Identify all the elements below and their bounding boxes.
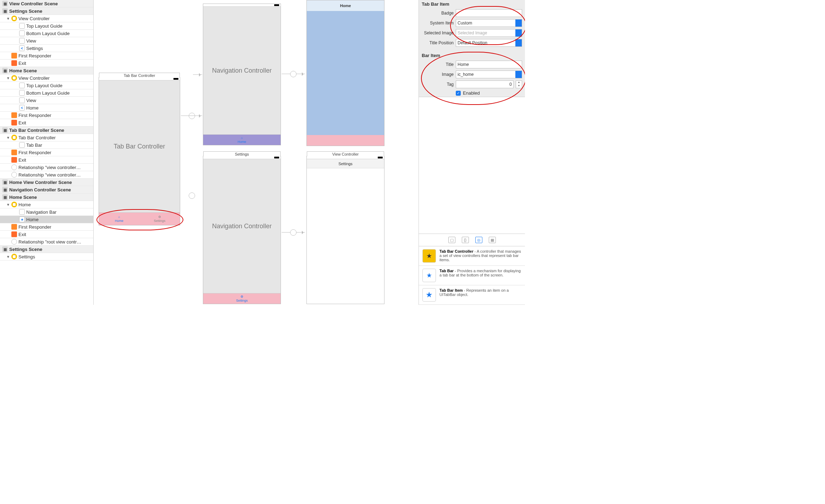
segue-joint[interactable]: [290, 229, 297, 236]
phone-settings[interactable]: View Controller Settings: [306, 156, 384, 304]
storyboard-canvas[interactable]: Tab Bar Controller Tab Bar Controller ⌂ …: [94, 0, 419, 305]
back-icon: <: [19, 105, 25, 111]
tab-bar: ⚙ Settings: [203, 293, 281, 304]
row-badge: Badge: [419, 8, 525, 18]
library-item[interactable]: ★ Tab Bar - Provides a mechanism for dis…: [419, 266, 525, 285]
outline-scene-header[interactable]: ▦Home Scene: [0, 67, 93, 74]
segue-joint[interactable]: [189, 192, 195, 199]
view-controller-icon: [11, 16, 17, 21]
outline-item[interactable]: Home: [0, 201, 93, 208]
outline-item[interactable]: Relationship "root view contr…: [0, 238, 93, 246]
outline-item[interactable]: Bottom Layout Guide: [0, 89, 93, 97]
library-item[interactable]: ★ Tab Bar Item - Represents an item on a…: [419, 285, 525, 305]
outline-item[interactable]: <Home: [0, 104, 93, 112]
phone-home[interactable]: Home: [306, 0, 384, 146]
outline-scene-header[interactable]: ▦Home View Controller Scene: [0, 179, 93, 186]
outline-scene-header[interactable]: ▦View Controller Scene: [0, 0, 93, 7]
tabbar-item-label: Settings: [236, 299, 248, 302]
view-controller-icon: [11, 135, 17, 140]
library-tab-media[interactable]: ▦: [489, 237, 496, 243]
field-tag[interactable]: 0: [456, 80, 514, 88]
field-badge[interactable]: [456, 9, 522, 17]
outline-scene-header[interactable]: ▦Home Scene: [0, 194, 93, 201]
disclosure-triangle[interactable]: [6, 136, 10, 140]
outline-scene-header[interactable]: ▦Settings Scene: [0, 246, 93, 253]
library-item[interactable]: ★ Tab Bar Controller - A controller that…: [419, 246, 525, 266]
outline-item[interactable]: Tab Bar: [0, 141, 93, 149]
tab-bar[interactable]: ⌂ Home ⚙ Settings: [99, 212, 180, 225]
outline-item[interactable]: First Responder: [0, 149, 93, 156]
status-bar: [307, 156, 384, 159]
outline-item[interactable]: Relationship "view controller…: [0, 164, 93, 171]
outline-scene-header[interactable]: ▦Settings Scene: [0, 7, 93, 15]
stepper-tag[interactable]: ▲▼: [516, 80, 522, 88]
dropdown-value: ic_home: [458, 72, 474, 77]
outline-label: Settings: [26, 46, 43, 51]
document-icon: [19, 209, 25, 215]
nav-title: Settings: [338, 162, 353, 166]
phone-title: Tab Bar Controller: [99, 73, 180, 78]
phone-nav-home[interactable]: Navigation Controller ⌂ Home: [203, 4, 281, 145]
outline-item[interactable]: View Controller: [0, 15, 93, 22]
outline-label: Relationship "view controller…: [18, 172, 81, 178]
outline-item[interactable]: View Controller: [0, 74, 93, 82]
phone-tabbar-controller[interactable]: Tab Bar Controller Tab Bar Controller ⌂ …: [99, 77, 180, 225]
nav-title: Home: [340, 4, 351, 8]
tabbar-item-settings[interactable]: ⚙ Settings: [139, 213, 180, 225]
checkbox-enabled[interactable]: ✓: [456, 91, 461, 96]
outline-item[interactable]: Relationship "view controller…: [0, 171, 93, 179]
outline-item[interactable]: Bottom Layout Guide: [0, 30, 93, 37]
document-outline: ▦View Controller Scene▦Settings SceneVie…: [0, 0, 94, 305]
outline-label: Home Scene: [9, 195, 37, 200]
outline-item[interactable]: Exit: [0, 60, 93, 67]
inspector-gap: [419, 97, 525, 234]
outline-item[interactable]: Tab Bar Controller: [0, 134, 93, 141]
outline-label: Navigation Bar: [26, 209, 56, 215]
dropdown-selected-image[interactable]: Selected Image ▲▼: [456, 29, 522, 37]
outline-label: Settings Scene: [9, 247, 42, 252]
outline-item[interactable]: First Responder: [0, 223, 93, 231]
library-tab-code[interactable]: {}: [462, 237, 469, 243]
disclosure-triangle[interactable]: [6, 17, 10, 21]
phone-body: [307, 168, 384, 304]
outline-scene-header[interactable]: ▦Navigation Controller Scene: [0, 186, 93, 194]
segue-joint[interactable]: [290, 71, 297, 77]
library-tab-object[interactable]: ◎: [475, 237, 482, 243]
outline-item[interactable]: View: [0, 37, 93, 45]
status-bar: [203, 156, 281, 159]
segue-joint[interactable]: [189, 113, 195, 119]
disclosure-triangle[interactable]: [6, 76, 10, 80]
outline-item[interactable]: View: [0, 97, 93, 104]
outline-label: View: [26, 38, 36, 44]
tabbar-item-label: Settings: [154, 219, 166, 223]
field-title[interactable]: Home: [456, 61, 522, 68]
outline-scene-header[interactable]: ▦Tab Bar Controller Scene: [0, 127, 93, 134]
dropdown-image[interactable]: ic_home ▲▼: [456, 71, 522, 78]
tabbar-item-home[interactable]: ⌂ Home: [99, 213, 139, 225]
outline-item[interactable]: Top Layout Guide: [0, 82, 93, 89]
outline-item[interactable]: Top Layout Guide: [0, 22, 93, 30]
outline-item[interactable]: Exit: [0, 156, 93, 164]
outline-item[interactable]: Exit: [0, 119, 93, 127]
dropdown-system-item[interactable]: Custom ▲▼: [456, 19, 522, 27]
disclosure-triangle[interactable]: [6, 255, 10, 259]
phone-nav-settings[interactable]: Settings Navigation Controller ⚙ Setting…: [203, 156, 281, 304]
outline-item[interactable]: Settings: [0, 253, 93, 261]
cube-icon: [11, 150, 17, 155]
outline-item[interactable]: Exit: [0, 231, 93, 238]
outline-item[interactable]: First Responder: [0, 52, 93, 60]
outline-item[interactable]: Navigation Bar: [0, 208, 93, 216]
outline-item[interactable]: <Settings: [0, 45, 93, 52]
gear-icon: ⚙: [158, 215, 161, 219]
disclosure-triangle[interactable]: [6, 203, 10, 207]
dropdown-title-position[interactable]: Default Position ▲▼: [456, 39, 522, 47]
star-icon: ★: [19, 217, 25, 222]
outline-item[interactable]: ★Home: [0, 216, 93, 223]
scene-icon: ▦: [2, 246, 8, 252]
chevron-updown-icon: ▲▼: [517, 30, 520, 36]
outline-label: First Responder: [18, 53, 51, 58]
outline-item[interactable]: First Responder: [0, 112, 93, 119]
label-tag: Tag: [422, 82, 454, 87]
library-tab-file[interactable]: ▢: [448, 237, 455, 243]
library-list: ★ Tab Bar Controller - A controller that…: [419, 246, 525, 305]
